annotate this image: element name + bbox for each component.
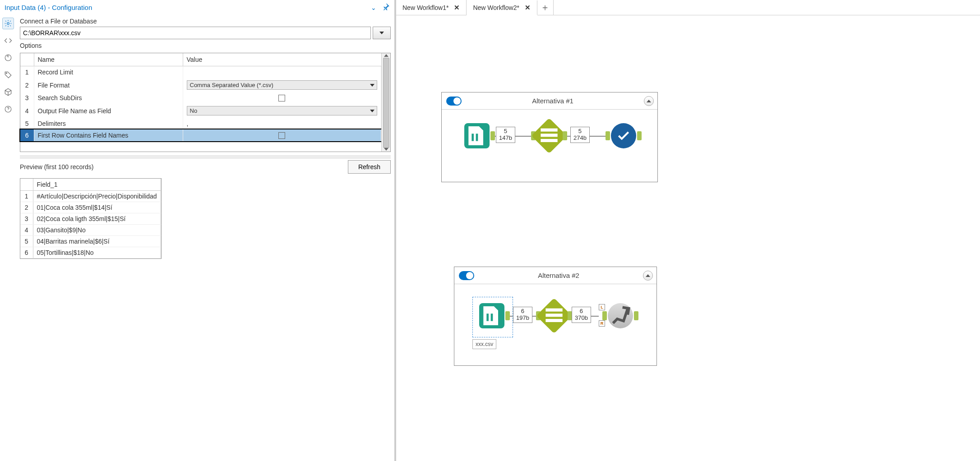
svg-rect-11 bbox=[545, 313, 562, 317]
cube-icon[interactable] bbox=[2, 86, 14, 98]
option-name: Search SubDirs bbox=[34, 92, 183, 104]
preview-row[interactable]: 504|Barritas marinela|$6|Sí bbox=[20, 236, 161, 247]
collapse-button[interactable] bbox=[643, 271, 653, 281]
preview-row[interactable]: 201|Coca cola 355ml|$14|Sí bbox=[20, 202, 161, 213]
options-row[interactable]: 3 Search SubDirs bbox=[20, 92, 381, 104]
preview-cell: 04|Barritas marinela|$6|Sí bbox=[33, 236, 161, 247]
options-name-header: Name bbox=[34, 53, 183, 66]
svg-rect-7 bbox=[541, 129, 557, 132]
svg-rect-8 bbox=[541, 134, 557, 137]
tool-input-data[interactable] bbox=[464, 123, 490, 148]
help-icon[interactable] bbox=[2, 103, 14, 115]
output-anchor[interactable] bbox=[637, 131, 642, 140]
options-table[interactable]: Name Value 1 Record Limit 2 File Format … bbox=[20, 53, 381, 152]
row-number: 6 bbox=[20, 247, 33, 258]
anchor-badge-L: L bbox=[599, 304, 605, 310]
output-anchor[interactable] bbox=[490, 131, 495, 140]
preview-cell: 02|Coca cola ligth 355ml|$15|Sí bbox=[33, 213, 161, 225]
preview-row[interactable]: 605|Tortillinas|$18|No bbox=[20, 247, 161, 258]
panel-divider[interactable] bbox=[20, 156, 391, 158]
container-title: Alternativa #2 bbox=[474, 272, 643, 279]
option-value[interactable] bbox=[183, 92, 381, 104]
row-number: 5 bbox=[20, 236, 33, 247]
row-number: 3 bbox=[20, 213, 33, 225]
select-tool-icon bbox=[531, 118, 567, 153]
connection-annotation: 5274b bbox=[570, 127, 590, 143]
preview-row[interactable]: 302|Coca cola ligth 355ml|$15|Sí bbox=[20, 213, 161, 225]
option-value[interactable]: No bbox=[183, 104, 381, 118]
options-row[interactable]: 1 Record Limit bbox=[20, 66, 381, 78]
browse-tool-icon bbox=[611, 123, 636, 148]
row-number: 1 bbox=[20, 191, 33, 202]
new-tab-button[interactable]: ＋ bbox=[537, 0, 554, 15]
preview-row[interactable]: 403|Gansito|$9|No bbox=[20, 225, 161, 236]
options-row[interactable]: 6 First Row Contains Field Names bbox=[20, 129, 381, 141]
select-tool-icon bbox=[536, 298, 572, 333]
tab-workflow2[interactable]: New Workflow2* ✕ bbox=[467, 0, 537, 15]
container-alt2[interactable]: Alternativa #2 xxx.csv bbox=[454, 267, 657, 366]
connection-annotation: 6197b bbox=[513, 307, 532, 323]
panel-collapse-chevron-icon[interactable]: ⌄ bbox=[371, 4, 376, 11]
scroll-up-icon[interactable] bbox=[384, 54, 388, 57]
tab-label: New Workflow2* bbox=[473, 4, 519, 11]
container-title: Alternativa #1 bbox=[462, 97, 644, 105]
workflow-tabs: New Workflow1* ✕ New Workflow2* ✕ ＋ bbox=[396, 0, 980, 15]
tab-workflow1[interactable]: New Workflow1* ✕ bbox=[396, 0, 467, 15]
svg-rect-9 bbox=[541, 139, 557, 142]
close-icon[interactable]: ✕ bbox=[525, 4, 531, 12]
output-anchor[interactable] bbox=[563, 131, 567, 140]
container-toggle[interactable] bbox=[459, 271, 474, 280]
workflow-canvas[interactable]: Alternativa #1 5147b bbox=[396, 15, 980, 461]
tool-select[interactable] bbox=[536, 123, 562, 148]
option-name: File Format bbox=[34, 78, 183, 92]
pin-icon[interactable] bbox=[382, 3, 390, 12]
options-row[interactable]: 5 Delimiters , bbox=[20, 118, 381, 129]
tool-dynamic[interactable] bbox=[608, 303, 633, 328]
preview-cell: 05|Tortillinas|$18|No bbox=[33, 247, 161, 258]
file-path-input[interactable] bbox=[20, 27, 371, 39]
option-name: Output File Name as Field bbox=[34, 104, 183, 118]
anchor-badge-R: R bbox=[599, 320, 605, 327]
close-icon[interactable]: ✕ bbox=[454, 4, 460, 12]
option-value[interactable]: Comma Separated Value (*.csv) bbox=[183, 78, 381, 92]
collapse-button[interactable] bbox=[644, 96, 654, 106]
tag-icon[interactable] bbox=[2, 69, 14, 81]
tool-browse[interactable] bbox=[611, 123, 636, 148]
preview-col-header: Field_1 bbox=[33, 179, 161, 191]
tab-label: New Workflow1* bbox=[402, 4, 448, 11]
input-anchor[interactable] bbox=[606, 131, 610, 140]
row-number: 4 bbox=[20, 104, 34, 118]
options-corner bbox=[20, 53, 34, 66]
preview-corner bbox=[20, 179, 33, 191]
container-alt1[interactable]: Alternativa #1 5147b bbox=[441, 92, 658, 182]
options-row[interactable]: 2 File Format Comma Separated Value (*.c… bbox=[20, 78, 381, 92]
refresh-circle-icon[interactable] bbox=[2, 52, 14, 64]
code-icon[interactable] bbox=[2, 35, 14, 46]
option-value[interactable] bbox=[183, 66, 381, 78]
file-dropdown-button[interactable] bbox=[373, 27, 391, 39]
options-scrollbar[interactable] bbox=[381, 53, 390, 152]
output-anchor[interactable] bbox=[634, 311, 638, 320]
preview-cell: #Artículo|Descripción|Precio|Disponibili… bbox=[33, 191, 161, 202]
row-number: 5 bbox=[20, 118, 34, 129]
options-value-header: Value bbox=[183, 53, 381, 66]
refresh-button[interactable]: Refresh bbox=[348, 160, 391, 174]
preview-row[interactable]: 1#Artículo|Descripción|Precio|Disponibil… bbox=[20, 191, 161, 202]
options-row[interactable]: 4 Output File Name as Field No bbox=[20, 104, 381, 118]
row-number: 4 bbox=[20, 225, 33, 236]
tool-select[interactable] bbox=[541, 303, 567, 328]
option-value[interactable]: , bbox=[183, 118, 381, 129]
tool-input-data-selected[interactable] bbox=[479, 303, 504, 328]
scroll-down-icon[interactable] bbox=[384, 148, 388, 151]
gear-icon[interactable] bbox=[2, 18, 14, 29]
preview-table[interactable]: Field_1 1#Artículo|Descripción|Precio|Di… bbox=[20, 178, 162, 259]
output-anchor[interactable] bbox=[505, 311, 510, 320]
container-toggle[interactable] bbox=[446, 97, 462, 106]
connection-annotation: 5147b bbox=[496, 127, 515, 143]
svg-point-2 bbox=[6, 73, 7, 74]
svg-rect-12 bbox=[545, 319, 562, 322]
option-value[interactable] bbox=[183, 129, 381, 141]
input-anchor[interactable] bbox=[602, 311, 607, 320]
scroll-thumb[interactable] bbox=[383, 58, 389, 148]
svg-rect-5 bbox=[476, 134, 478, 141]
